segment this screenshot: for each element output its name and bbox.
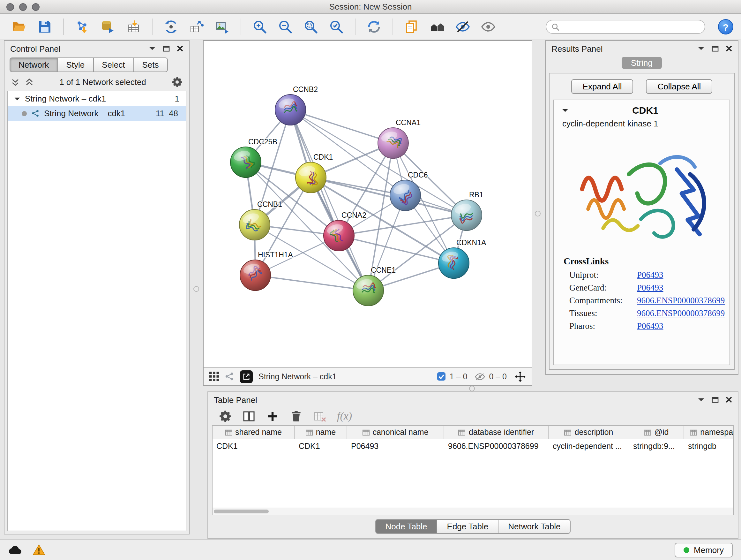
table-cell[interactable]: CDK1	[212, 442, 295, 450]
collapse-all-tree-icon[interactable]	[25, 78, 34, 86]
function-builder-button[interactable]: f(x)	[337, 410, 352, 423]
zoom-window-button[interactable]	[32, 3, 40, 10]
table-cell[interactable]: stringdb:9...	[629, 442, 684, 450]
table-settings-button[interactable]	[219, 410, 232, 423]
network-edge-HIST1H1A-CCNE1[interactable]	[255, 275, 368, 291]
table-cell[interactable]: stringdb	[684, 442, 733, 450]
table-cell[interactable]: P06493	[347, 442, 444, 450]
open-in-new-window-button[interactable]	[240, 370, 253, 383]
network-node-CDC25B[interactable]: CDC25B	[230, 138, 277, 178]
tab-network-table[interactable]: Network Table	[498, 519, 570, 534]
network-collection-row[interactable]: String Network – cdk1 1	[8, 91, 186, 106]
network-edge-CCNB2-CCNE1[interactable]	[290, 110, 368, 291]
right-splitter-handle[interactable]	[535, 211, 541, 216]
collapse-panel-icon[interactable]	[697, 397, 704, 402]
copy-button[interactable]	[400, 17, 423, 37]
new-network-table-button[interactable]	[185, 17, 208, 37]
import-table-from-file-button[interactable]	[122, 17, 145, 37]
collapse-all-button[interactable]: Collapse All	[646, 79, 713, 94]
table-row[interactable]: CDK1CDK1P064939606.ENSP00000378699cyclin…	[212, 439, 733, 453]
hide-selected-button[interactable]	[451, 17, 474, 37]
tab-network[interactable]: Network	[10, 57, 58, 72]
search-input[interactable]	[563, 22, 699, 32]
tab-select[interactable]: Select	[93, 57, 134, 72]
gear-icon[interactable]	[172, 77, 183, 87]
export-image-button[interactable]	[211, 17, 233, 37]
warning-icon[interactable]	[32, 544, 45, 556]
cloud-icon[interactable]	[8, 545, 22, 555]
hidden-eye-slash-icon[interactable]	[475, 373, 485, 380]
crosslink-link[interactable]: P06493	[637, 270, 664, 280]
network-node-RB1[interactable]: RB1	[451, 191, 483, 231]
scrollbar-thumb[interactable]	[214, 509, 269, 513]
crosslink-link[interactable]: 9606.ENSP00000378699	[637, 308, 725, 319]
network-node-CCNB2[interactable]: CCNB2	[275, 85, 318, 125]
import-network-from-database-button[interactable]	[96, 17, 119, 37]
zoom-out-button[interactable]	[274, 17, 297, 37]
add-column-button[interactable]	[266, 410, 279, 423]
open-session-button[interactable]	[8, 17, 30, 37]
close-panel-icon[interactable]	[726, 396, 732, 403]
network-canvas[interactable]: CCNB2CCNA1CDC25BCDK1CDC6RB1CCNB1CCNA2CDK…	[204, 41, 532, 367]
selected-checkbox-icon[interactable]	[437, 372, 446, 381]
expand-all-button[interactable]: Expand All	[571, 79, 633, 94]
network-node-HIST1H1A[interactable]: HIST1H1A	[240, 251, 293, 291]
network-node-CCNB1[interactable]: CCNB1	[239, 200, 282, 240]
network-edge-CCNB2-RB1[interactable]	[290, 110, 467, 215]
column-header-namespac[interactable]: namespac	[684, 426, 734, 439]
network-node-count: 11	[156, 109, 164, 118]
tab-sets[interactable]: Sets	[133, 57, 167, 72]
crosslink-link[interactable]: P06493	[637, 283, 664, 293]
column-header-description[interactable]: description	[549, 426, 629, 439]
left-splitter-handle[interactable]	[193, 286, 199, 292]
new-network-button[interactable]	[159, 17, 183, 37]
birdseye-view-icon[interactable]	[209, 372, 219, 381]
crosslink-link[interactable]: P06493	[637, 321, 664, 331]
column-header-shared-name[interactable]: shared name	[212, 426, 295, 439]
network-edge-CCNB2-CCNA1[interactable]	[290, 110, 393, 143]
collapse-panel-icon[interactable]	[149, 46, 156, 51]
close-panel-icon[interactable]	[726, 45, 732, 52]
table-horizontal-scrollbar[interactable]	[212, 508, 733, 515]
tab-style[interactable]: Style	[57, 57, 93, 72]
network-node-CDKN1A[interactable]: CDKN1A	[439, 239, 486, 278]
home-button[interactable]	[426, 17, 449, 37]
network-node-CCNA1[interactable]: CCNA1	[378, 118, 421, 159]
tab-edge-table[interactable]: Edge Table	[437, 519, 499, 534]
memory-button[interactable]: Memory	[675, 543, 733, 557]
column-header-name[interactable]: name	[295, 426, 347, 439]
tree-expander-icon[interactable]	[14, 96, 20, 101]
float-panel-icon[interactable]	[712, 45, 719, 52]
show-columns-button[interactable]	[243, 410, 255, 423]
table-cell[interactable]: 9606.ENSP00000378699	[444, 442, 549, 450]
collapse-gene-icon[interactable]	[562, 108, 569, 113]
minimize-window-button[interactable]	[19, 3, 27, 10]
table-cell[interactable]: cyclin-dependent ...	[549, 442, 629, 450]
zoom-selected-button[interactable]	[325, 17, 348, 37]
pan-crosshair-icon[interactable]	[515, 371, 526, 382]
column-header--id[interactable]: @id	[629, 426, 684, 439]
save-session-button[interactable]	[33, 17, 56, 37]
column-header-canonical-name[interactable]: canonical name	[347, 426, 444, 439]
bottom-splitter-handle[interactable]	[469, 386, 475, 391]
help-button[interactable]: ?	[718, 19, 733, 35]
zoom-fit-button[interactable]	[299, 17, 322, 37]
float-panel-icon[interactable]	[163, 45, 170, 52]
refresh-button[interactable]	[362, 17, 386, 37]
share-network-icon[interactable]	[225, 372, 234, 381]
zoom-in-button[interactable]	[248, 17, 271, 37]
close-window-button[interactable]	[6, 3, 14, 10]
float-panel-icon[interactable]	[712, 396, 719, 403]
delete-column-button[interactable]	[290, 410, 302, 423]
collapse-panel-icon[interactable]	[697, 46, 704, 51]
tab-string[interactable]: String	[621, 57, 662, 69]
close-panel-icon[interactable]	[177, 45, 183, 52]
show-all-button[interactable]	[477, 17, 500, 37]
table-cell[interactable]: CDK1	[295, 442, 347, 450]
expand-all-tree-icon[interactable]	[11, 78, 20, 86]
import-network-from-file-button[interactable]	[71, 17, 94, 37]
column-header-database-identifier[interactable]: database identifier	[444, 426, 549, 439]
crosslink-link[interactable]: 9606.ENSP00000378699	[637, 296, 725, 306]
tab-node-table[interactable]: Node Table	[375, 519, 437, 534]
network-row[interactable]: String Network – cdk1 11 48	[8, 106, 186, 121]
